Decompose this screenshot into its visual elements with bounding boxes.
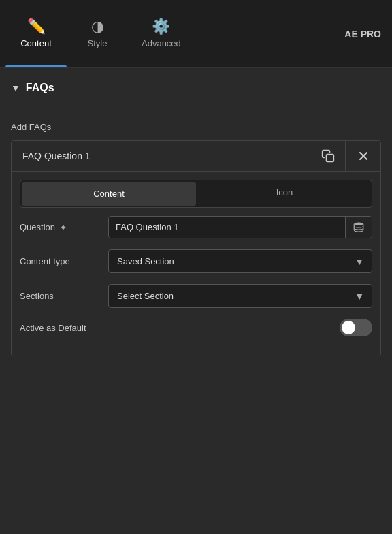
toggle-icon[interactable]: Icon <box>197 180 372 207</box>
active-default-toggle[interactable] <box>340 319 372 336</box>
svg-rect-0 <box>326 155 333 162</box>
tab-style[interactable]: ◑ Style <box>67 0 128 67</box>
content-type-row: Content type Saved Section Custom Conten… <box>20 249 372 273</box>
database-icon <box>353 221 365 234</box>
content-icon-toggle: Content Icon <box>20 180 372 208</box>
advanced-icon: ⚙️ <box>152 19 170 34</box>
toggle-slider <box>340 319 372 336</box>
tab-advanced-label: Advanced <box>142 38 181 48</box>
faq-copy-button[interactable] <box>310 141 345 171</box>
top-navigation: ✏️ Content ◑ Style ⚙️ Advanced AE PRO <box>0 0 392 68</box>
tab-content[interactable]: ✏️ Content <box>5 0 67 67</box>
tab-content-label: Content <box>20 38 52 48</box>
close-icon <box>357 149 370 163</box>
question-input-wrapper <box>108 216 372 238</box>
section-title: FAQs <box>26 82 54 94</box>
question-control <box>108 216 372 238</box>
copy-icon <box>321 149 335 163</box>
tab-style-label: Style <box>88 38 108 48</box>
content-area: ▼ FAQs Add FAQs FAQ Question 1 <box>0 68 392 370</box>
sections-select[interactable]: Select Section <box>108 284 372 308</box>
active-default-row: Active as Default <box>20 319 372 336</box>
question-label: Question ✦ <box>20 222 108 233</box>
question-db-button[interactable] <box>345 217 372 238</box>
faq-close-button[interactable] <box>345 141 380 171</box>
active-default-label: Active as Default <box>20 323 108 333</box>
content-type-label: Content type <box>20 256 108 266</box>
faq-card: FAQ Question 1 Content <box>11 140 381 356</box>
toggle-content[interactable]: Content <box>22 182 196 206</box>
add-faqs-label: Add FAQs <box>11 122 381 132</box>
style-icon: ◑ <box>91 19 104 34</box>
active-default-toggle-wrapper <box>340 319 372 336</box>
tab-advanced[interactable]: ⚙️ Advanced <box>128 0 195 67</box>
ae-pro-badge: AE PRO <box>344 29 387 40</box>
content-type-select-wrapper: Saved Section Custom Content ▼ <box>108 249 372 273</box>
form-body: Question ✦ <box>12 208 380 356</box>
faq-title: FAQ Question 1 <box>12 141 310 171</box>
content-type-select[interactable]: Saved Section Custom Content <box>108 249 372 273</box>
faq-header-row: FAQ Question 1 <box>12 141 380 172</box>
section-divider <box>11 108 381 108</box>
sections-control: Select Section ▼ <box>108 284 372 308</box>
sections-label: Sections <box>20 291 108 301</box>
content-type-control: Saved Section Custom Content ▼ <box>108 249 372 273</box>
collapse-arrow-icon[interactable]: ▼ <box>11 82 20 93</box>
sections-select-wrapper: Select Section ▼ <box>108 284 372 308</box>
active-default-control <box>108 319 372 336</box>
svg-point-3 <box>354 222 363 225</box>
sections-row: Sections Select Section ▼ <box>20 284 372 308</box>
question-input[interactable] <box>109 217 345 238</box>
nav-tabs: ✏️ Content ◑ Style ⚙️ Advanced <box>5 0 344 67</box>
sparkle-icon: ✦ <box>59 222 67 233</box>
question-row: Question ✦ <box>20 216 372 238</box>
section-header: ▼ FAQs <box>11 82 381 94</box>
content-icon: ✏️ <box>27 19 46 34</box>
